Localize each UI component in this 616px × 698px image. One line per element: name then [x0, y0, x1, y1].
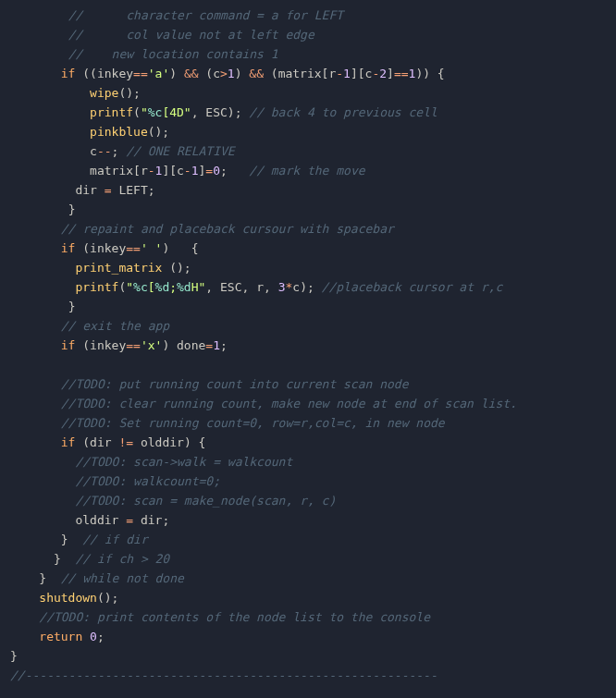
code-line: matrix[r-1][c-1]=0; // mark the move: [10, 164, 365, 178]
code-line: //TODO: scan->walk = walkcount: [10, 455, 292, 469]
token-op: &&: [249, 67, 264, 80]
token-punc: ) {: [162, 241, 198, 255]
token-punc: }: [10, 649, 18, 663]
token-punc: ) {: [184, 435, 205, 449]
token-punc: (: [133, 105, 141, 119]
token-comment: //placeback cursor at r,c: [322, 280, 503, 294]
token-comment: // ONE RELATIVE: [126, 144, 234, 158]
token-op: =: [126, 513, 133, 527]
token-comment: //TODO: scan->walk = walkcount: [75, 455, 292, 469]
code-line: } // while not done: [10, 571, 184, 585]
token-op: --: [97, 144, 112, 158]
token-punc: ,: [264, 280, 278, 294]
token-punc: ();: [97, 591, 118, 605]
token-comment: //TODO: walkcount=0;: [75, 474, 220, 488]
code-editor[interactable]: // character command = a for LEFT // col…: [0, 0, 616, 685]
token-punc: ][: [351, 67, 365, 80]
token-comment: //TODO: put running count into current s…: [61, 377, 409, 391]
token-punc: ;: [148, 183, 155, 197]
token-func: printf: [90, 105, 133, 119]
token-upper: LEFT: [118, 183, 147, 197]
token-ident: c: [177, 164, 184, 178]
token-ident: inkey: [90, 338, 126, 352]
token-func: wipe: [90, 86, 118, 100]
token-comment: // repaint and placeback cursour with sp…: [61, 222, 394, 236]
token-comment: // while not done: [61, 571, 184, 585]
code-line: // col value not at left edge: [10, 28, 314, 42]
token-comment: //TODO: print contents of the node list …: [39, 610, 430, 624]
code-line: return 0;: [10, 630, 105, 643]
token-upper: ESC: [205, 105, 227, 119]
code-line: if (dir != olddir) {: [10, 435, 205, 449]
token-ident: [82, 630, 90, 643]
token-punc: (: [75, 338, 90, 352]
token-op: >: [220, 67, 228, 80]
code-line: //TODO: scan = make_node(scan, r, c): [10, 494, 336, 508]
token-punc: }: [54, 552, 75, 566]
token-op: ==: [126, 338, 141, 352]
token-punc: ;: [220, 164, 249, 178]
token-op: ==: [126, 241, 141, 255]
token-ident: c: [213, 67, 220, 80]
token-num: 0: [213, 164, 220, 178]
code-line: //TODO: Set running count=0, row=r,col=c…: [10, 416, 445, 430]
token-punc: ;: [97, 630, 105, 643]
code-line: olddir = dir;: [10, 513, 169, 527]
token-ident: olddir: [75, 513, 126, 527]
code-line: // repaint and placeback cursour with sp…: [10, 222, 394, 236]
token-op: ==: [394, 67, 409, 80]
token-punc: )) {: [415, 67, 444, 80]
token-punc: ;: [220, 338, 228, 352]
token-comment: //TODO: Set running count=0, row=r,col=c…: [61, 416, 445, 430]
token-func: pinkblue: [90, 125, 148, 139]
token-comment: // new location contains 1: [68, 47, 278, 61]
token-punc: );: [228, 105, 249, 119]
token-comment: // if ch > 20: [75, 552, 169, 566]
token-func: printf: [75, 280, 118, 294]
token-op: =: [205, 338, 213, 352]
token-num: 1: [213, 338, 220, 352]
code-line: printf("%c[%d;%dH", ESC, r, 3*c); //plac…: [10, 280, 502, 294]
token-punc: (: [75, 435, 90, 449]
token-punc: ();: [148, 125, 169, 139]
token-comment: // mark the move: [249, 164, 364, 178]
token-punc: );: [300, 280, 321, 294]
token-string: 'a': [148, 67, 169, 80]
token-ident: inkey: [97, 67, 133, 80]
token-comment: // character command = a for LEFT: [68, 8, 343, 22]
code-line: // exit the app: [10, 319, 169, 333]
token-escfmt: %c: [133, 280, 148, 294]
token-ident: c: [90, 144, 97, 158]
code-line: dir = LEFT;: [10, 183, 155, 197]
token-punc: ): [162, 338, 177, 352]
token-comment: //--------------------------------------…: [10, 668, 437, 682]
code-line: pinkblue();: [10, 125, 169, 139]
token-punc: }: [61, 533, 82, 546]
code-line: }: [10, 649, 18, 663]
token-op: =: [205, 164, 213, 178]
token-punc: ): [169, 67, 184, 80]
code-line: c--; // ONE RELATIVE: [10, 144, 235, 158]
token-punc: ]: [387, 67, 394, 80]
token-ident: dir: [90, 435, 118, 449]
token-ident: r: [141, 164, 148, 178]
token-comment: //TODO: clear running count, make new no…: [61, 397, 517, 410]
token-keyword: if: [61, 435, 76, 449]
token-num: 0: [90, 630, 97, 643]
token-comment: // exit the app: [61, 319, 169, 333]
token-punc: ): [235, 67, 250, 80]
token-ident: inkey: [90, 241, 126, 255]
token-comment: //TODO: scan = make_node(scan, r, c): [75, 494, 336, 508]
code-line: if (inkey=='x') done=1;: [10, 338, 228, 352]
token-punc: (: [199, 67, 214, 80]
token-punc: ;: [112, 144, 127, 158]
token-punc: }: [68, 300, 76, 313]
token-ident: dir: [133, 513, 162, 527]
token-func: shutdown: [39, 591, 97, 605]
token-upper: ESC: [220, 280, 241, 294]
token-op: ==: [133, 67, 148, 80]
code-line: //TODO: walkcount=0;: [10, 474, 220, 488]
token-comment: // if dir: [82, 533, 147, 546]
token-punc: }: [39, 571, 60, 585]
token-string: ;: [169, 280, 177, 294]
